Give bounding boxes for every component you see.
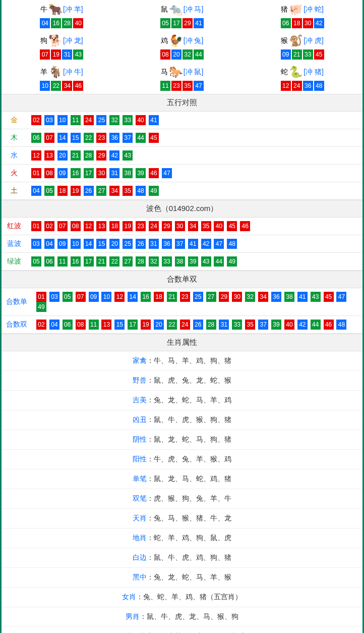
zodiac-icon: 🐓 xyxy=(169,35,183,46)
number-pill: 10 xyxy=(40,81,50,91)
zodiac-nums: 07193143 xyxy=(2,49,122,60)
number-pill: 06 xyxy=(63,320,73,330)
number-pill: 01 xyxy=(31,168,41,178)
number-pill: 26 xyxy=(136,239,146,249)
zodiac-conflict: [冲 蛇] xyxy=(304,5,324,14)
number-pill: 23 xyxy=(136,221,146,231)
page-wrap: 牛🐂[冲 羊]04162840鼠🐀[冲 马]05172941猪🐖[冲 蛇]061… xyxy=(0,0,364,633)
table-row: 合数双02 04 06 08 11 13 15 17 19 20 22 24 2… xyxy=(2,316,362,334)
number-pill: 23 xyxy=(171,81,181,91)
number-pill: 44 xyxy=(311,320,321,330)
row-label: 金 xyxy=(2,112,27,129)
number-pill: 02 xyxy=(44,221,54,231)
table-row: 土04 05 18 19 26 27 34 35 48 49 xyxy=(2,182,362,200)
row-nums: 01 02 07 08 12 13 18 19 23 24 29 30 34 3… xyxy=(27,218,362,235)
number-pill: 29 xyxy=(96,150,106,161)
number-pill: 36 xyxy=(271,292,281,302)
number-pill: 18 xyxy=(57,186,68,196)
number-pill: 04 xyxy=(44,239,54,249)
row-nums: 05 06 11 16 17 21 22 27 28 32 33 38 39 4… xyxy=(27,253,362,271)
number-pill: 46 xyxy=(324,320,334,330)
number-pill: 28 xyxy=(84,150,94,161)
number-pill: 29 xyxy=(219,292,229,302)
number-pill: 36 xyxy=(109,133,119,143)
row-label: 木 xyxy=(2,129,27,147)
number-pill: 47 xyxy=(162,168,172,178)
number-pill: 30 xyxy=(96,168,106,178)
bose-header: 波色（014902.com） xyxy=(2,200,362,218)
attr-row: 阴性：鼠、龙、蛇、马、狗、猪 xyxy=(2,430,362,450)
attr-value: ：虎、猴、狗、兔、羊、牛 xyxy=(147,494,231,502)
number-pill: 22 xyxy=(109,256,119,267)
gender-value: ：鼠、牛、虎、龙、马、猴、狗 xyxy=(140,612,238,620)
number-pill: 43 xyxy=(123,150,133,161)
number-pill: 35 xyxy=(123,186,133,196)
number-pill: 11 xyxy=(57,256,68,267)
row-label: 绿波 xyxy=(2,253,27,271)
number-pill: 30 xyxy=(303,18,313,28)
zodiac-nums: 11233547 xyxy=(122,81,242,91)
number-pill: 27 xyxy=(123,256,133,267)
number-pill: 45 xyxy=(324,292,334,302)
zodiac-conflict: [冲 猪] xyxy=(304,68,324,77)
zodiac-title: 鼠🐀[冲 马] xyxy=(161,4,204,15)
zodiac-cell: 鼠🐀[冲 马]05172941 xyxy=(122,0,242,31)
attr-key: 黑中 xyxy=(133,573,147,581)
number-pill: 23 xyxy=(96,133,106,143)
number-pill: 21 xyxy=(292,49,302,60)
number-pill: 05 xyxy=(63,292,73,302)
number-pill: 03 xyxy=(44,115,54,125)
number-pill: 41 xyxy=(297,292,308,302)
zodiac-grid: 牛🐂[冲 羊]04162840鼠🐀[冲 马]05172941猪🐖[冲 蛇]061… xyxy=(2,0,362,94)
number-pill: 24 xyxy=(180,320,190,330)
gender-key: 男肖 xyxy=(126,612,140,620)
number-pill: 19 xyxy=(51,49,61,60)
zodiac-icon: 🐂 xyxy=(48,4,62,15)
number-pill: 09 xyxy=(281,49,291,60)
number-pill: 08 xyxy=(44,168,54,178)
number-pill: 44 xyxy=(136,133,146,143)
number-pill: 02 xyxy=(36,320,46,330)
attr-row: 阳性：牛、虎、兔、羊、猴、鸡 xyxy=(2,450,362,469)
number-pill: 28 xyxy=(136,256,146,267)
number-pill: 45 xyxy=(227,221,237,231)
attr-row: 家禽：牛、马、羊、鸡、狗、猪 xyxy=(2,351,362,371)
number-pill: 38 xyxy=(284,292,294,302)
number-pill: 27 xyxy=(96,186,106,196)
number-pill: 24 xyxy=(149,221,159,231)
number-pill: 28 xyxy=(62,18,72,28)
number-pill: 22 xyxy=(51,81,61,91)
table-row: 绿波05 06 11 16 17 21 22 27 28 32 33 38 39… xyxy=(2,253,362,271)
number-pill: 19 xyxy=(141,320,151,330)
number-pill: 37 xyxy=(258,320,268,330)
number-pill: 15 xyxy=(96,239,106,249)
attr-key: 单笔 xyxy=(133,474,147,483)
number-pill: 12 xyxy=(84,221,94,231)
number-pill: 31 xyxy=(149,239,159,249)
number-pill: 39 xyxy=(188,256,198,267)
number-pill: 03 xyxy=(31,239,41,249)
attr-key: 白边 xyxy=(133,553,147,561)
number-pill: 42 xyxy=(201,239,211,249)
zodiac-title: 羊🐐[冲 牛] xyxy=(40,67,83,78)
zodiac-nums: 04162840 xyxy=(2,18,122,28)
attr-value: ：鼠、牛、虎、鸡、狗、猪 xyxy=(147,553,231,561)
number-pill: 11 xyxy=(89,320,99,330)
number-pill: 39 xyxy=(271,320,281,330)
zodiac-title: 牛🐂[冲 羊] xyxy=(40,4,83,15)
number-pill: 47 xyxy=(194,81,204,91)
attr-list: 家禽：牛、马、羊、鸡、狗、猪野兽：鼠、虎、兔、龙、蛇、猴吉美：兔、龙、蛇、马、羊… xyxy=(2,351,362,588)
zodiac-name: 鼠 xyxy=(161,5,168,14)
number-pill: 10 xyxy=(101,292,111,302)
number-pill: 25 xyxy=(123,239,133,249)
attr-value: ：牛、虎、兔、羊、猴、鸡 xyxy=(147,455,231,463)
attr-value: ：兔、马、猴、猪、牛、龙 xyxy=(147,514,231,522)
number-pill: 26 xyxy=(193,320,203,330)
number-pill: 28 xyxy=(206,320,216,330)
number-pill: 01 xyxy=(31,221,41,231)
zodiac-icon: 🐒 xyxy=(289,35,302,46)
number-pill: 42 xyxy=(297,320,308,330)
attr-value: ：鼠、龙、马、蛇、鸡、猪 xyxy=(147,474,231,483)
number-pill: 08 xyxy=(160,49,170,60)
number-pill: 33 xyxy=(123,115,133,125)
